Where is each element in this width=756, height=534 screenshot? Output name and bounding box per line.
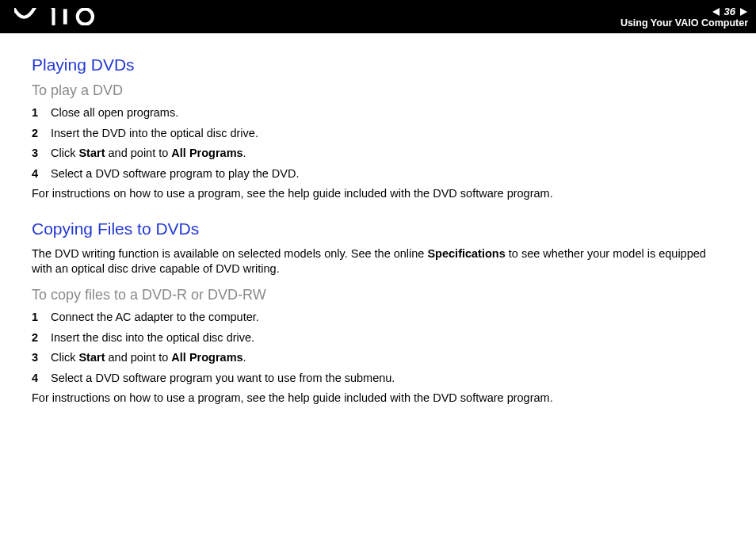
step-number: 3 <box>32 350 51 366</box>
note-text: For instructions on how to use a program… <box>32 391 724 406</box>
svg-point-1 <box>78 9 93 24</box>
page-nav: 36 <box>712 6 748 17</box>
step-text: Click Start and point to All Programs. <box>51 350 724 366</box>
step-number: 1 <box>32 310 51 326</box>
section-label: Using Your VAIO Computer <box>620 18 748 29</box>
step-number: 4 <box>32 371 51 387</box>
step-number: 4 <box>32 166 51 182</box>
step-row: 2 Insert the DVD into the optical disc d… <box>32 126 724 142</box>
step-number: 1 <box>32 105 51 121</box>
heading-copying-dvds: Copying Files to DVDs <box>32 219 724 238</box>
step-row: 3 Click Start and point to All Programs. <box>32 146 724 162</box>
step-text: Insert the DVD into the optical disc dri… <box>51 126 724 142</box>
next-page-icon[interactable] <box>739 7 748 17</box>
step-row: 2 Insert the disc into the optical disc … <box>32 330 724 346</box>
vaio-logo <box>14 8 101 25</box>
step-row: 4 Select a DVD software program to play … <box>32 166 724 182</box>
step-text: Connect the AC adapter to the computer. <box>51 310 724 326</box>
page-number: 36 <box>724 6 735 17</box>
svg-marker-2 <box>712 8 720 16</box>
step-text: Insert the disc into the optical disc dr… <box>51 330 724 346</box>
header-bar: 36 Using Your VAIO Computer <box>0 0 756 33</box>
svg-marker-3 <box>740 8 747 16</box>
subheading-to-copy: To copy files to a DVD-R or DVD-RW <box>32 287 724 303</box>
step-row: 1 Connect the AC adapter to the computer… <box>32 310 724 326</box>
note-text: For instructions on how to use a program… <box>32 186 724 202</box>
step-number: 2 <box>32 330 51 346</box>
step-number: 3 <box>32 146 51 162</box>
prev-page-icon[interactable] <box>712 7 721 17</box>
step-text: Click Start and point to All Programs. <box>51 146 724 162</box>
subheading-to-play: To play a DVD <box>32 82 724 99</box>
step-number: 2 <box>32 126 51 142</box>
step-row: 4 Select a DVD software program you want… <box>32 371 724 387</box>
step-text: Close all open programs. <box>51 105 724 121</box>
step-row: 3 Click Start and point to All Programs. <box>32 350 724 366</box>
step-row: 1 Close all open programs. <box>32 105 724 121</box>
content-area: Playing DVDs To play a DVD 1 Close all o… <box>0 33 756 427</box>
step-text: Select a DVD software program you want t… <box>51 371 724 387</box>
header-right: 36 Using Your VAIO Computer <box>620 5 748 29</box>
svg-rect-0 <box>63 9 67 24</box>
step-text: Select a DVD software program to play th… <box>51 166 724 182</box>
heading-playing-dvds: Playing DVDs <box>32 55 724 74</box>
section-copying: Copying Files to DVDs The DVD writing fu… <box>32 219 724 406</box>
intro-text: The DVD writing function is available on… <box>32 246 724 277</box>
